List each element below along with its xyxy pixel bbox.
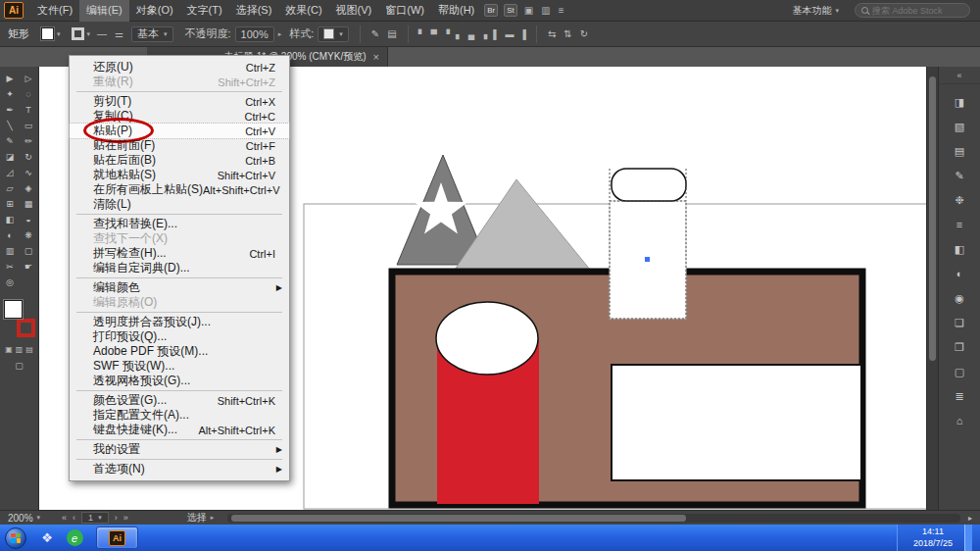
brush-definition-dropdown[interactable]: 基本 ▾	[131, 26, 173, 42]
search-input[interactable]	[872, 6, 960, 16]
menu-file[interactable]: 文件(F)	[30, 0, 79, 22]
menu-item-perspective-grid-presets[interactable]: 透视网格预设(G)...	[70, 374, 289, 388]
gradient-tool[interactable]: ◧	[1, 212, 20, 227]
vertical-scrollbar[interactable]	[926, 67, 938, 510]
rounded-rect-outline[interactable]	[612, 169, 686, 201]
menu-type[interactable]: 文字(T)	[180, 0, 229, 22]
isolate-icon[interactable]: ⇅	[564, 28, 571, 39]
recolor-artwork-icon[interactable]: ✎	[371, 28, 379, 39]
stock-icon[interactable]: St	[504, 4, 517, 17]
distribute-left-icon[interactable]: ▌	[493, 29, 499, 39]
share-icon[interactable]: ≡	[559, 5, 564, 16]
document-setup-icon[interactable]: ▤	[387, 28, 396, 39]
fill-color-swatch[interactable]	[41, 27, 54, 40]
menu-item-paste-in-place[interactable]: 就地粘贴(S) Shift+Ctrl+V	[70, 168, 289, 182]
menu-item-transparency-flattener-presets[interactable]: 透明度拼合器预设(J)...	[70, 315, 289, 329]
lasso-tool[interactable]: ◌	[20, 86, 38, 102]
transform-icon[interactable]: ⇆	[548, 28, 556, 39]
first-artboard-icon[interactable]: «	[62, 513, 67, 523]
paintbrush-tool[interactable]: ✎	[1, 133, 20, 149]
menu-item-paste-in-back[interactable]: 贴在后面(B) Ctrl+B	[70, 153, 289, 168]
draw-normal-icon[interactable]: ▣	[5, 345, 13, 354]
draw-inside-icon[interactable]: ▤	[25, 345, 33, 354]
magic-wand-tool[interactable]: ✦	[1, 86, 20, 102]
align-h-center-icon[interactable]: ▀	[431, 29, 437, 39]
scale-tool[interactable]: ◿	[1, 165, 20, 180]
clock[interactable]: 14:11 2018/7/25	[913, 526, 953, 549]
screen-mode-button[interactable]: ▢	[0, 361, 38, 371]
show-desktop-button[interactable]	[964, 525, 972, 551]
menu-item-paste-in-front[interactable]: 贴在前面(F) Ctrl+F	[70, 138, 289, 153]
workspace-switcher[interactable]: 基本功能 ▾	[792, 4, 839, 18]
menu-item-cut[interactable]: 剪切(T) Ctrl+X	[70, 94, 289, 109]
stroke-swatch[interactable]	[17, 319, 35, 337]
horizontal-scrollbar[interactable]	[227, 514, 960, 523]
menu-select[interactable]: 选择(S)	[229, 0, 279, 22]
swatches-panel-icon[interactable]: ▤	[949, 142, 970, 160]
fill-caret-icon[interactable]: ▾	[57, 30, 61, 38]
gradient-panel-icon[interactable]: ◧	[949, 240, 970, 258]
menu-item-adobe-pdf-presets[interactable]: Adobe PDF 预设(M)...	[70, 344, 289, 359]
menu-effect[interactable]: 效果(C)	[278, 0, 328, 22]
stock-search[interactable]	[855, 3, 970, 18]
column-graph-tool[interactable]: ▥	[1, 243, 20, 259]
free-transform-tool[interactable]: ▱	[1, 180, 20, 196]
current-tool-status[interactable]: 选择	[187, 511, 207, 525]
menu-item-assign-profile[interactable]: 指定配置文件(A)...	[70, 408, 289, 423]
expand-panels-icon[interactable]: «	[939, 67, 980, 84]
perspective-grid-tool[interactable]: ⊞	[1, 196, 20, 212]
menu-window[interactable]: 窗口(W)	[378, 0, 431, 22]
graphic-styles-panel-icon[interactable]: ❏	[949, 314, 970, 331]
window-rect[interactable]	[612, 365, 861, 480]
line-segment-tool[interactable]: ╲	[1, 118, 20, 133]
draw-behind-icon[interactable]: ▥	[16, 345, 24, 354]
appearance-panel-icon[interactable]: ◉	[949, 289, 970, 307]
symbols-panel-icon[interactable]: ❉	[949, 191, 970, 209]
rectangle-tool[interactable]: ▭	[20, 118, 38, 133]
zoom-tool[interactable]: ◎	[1, 275, 20, 290]
shape-builder-tool[interactable]: ◈	[20, 180, 38, 196]
menu-item-keyboard-shortcuts[interactable]: 键盘快捷键(K)... Alt+Shift+Ctrl+K	[70, 423, 289, 437]
selection-center-anchor[interactable]	[645, 257, 650, 262]
menu-help[interactable]: 帮助(H)	[431, 0, 481, 22]
stroke-caret-icon[interactable]: ▾	[87, 30, 91, 38]
layers-panel-icon[interactable]: ❐	[949, 338, 970, 356]
zoom-caret-icon[interactable]: ▾	[37, 514, 41, 522]
opacity-value-field[interactable]: 100%	[235, 26, 274, 42]
menu-item-clear[interactable]: 清除(L)	[70, 197, 289, 212]
artboard-number-field[interactable]: 1 ▾	[81, 512, 109, 524]
menu-item-find-and-replace[interactable]: 查找和替换(E)...	[70, 217, 289, 231]
menu-item-color-settings[interactable]: 颜色设置(G)... Shift+Ctrl+K	[70, 393, 289, 408]
menu-item-my-settings[interactable]: 我的设置 ▶	[70, 442, 289, 457]
status-caret-icon[interactable]: ▸	[211, 514, 215, 522]
menu-item-paste[interactable]: 粘贴(P) Ctrl+V	[70, 124, 289, 138]
menu-item-swf-presets[interactable]: SWF 预设(W)...	[70, 359, 289, 374]
browser-icon[interactable]: e	[64, 527, 85, 549]
scroll-right-icon[interactable]: ▸	[968, 514, 972, 523]
arrange-documents-icon[interactable]: ▣	[524, 5, 533, 16]
artboard-tool[interactable]: ▢	[20, 243, 38, 259]
vertical-scroll-thumb[interactable]	[929, 76, 936, 361]
stroke-weight-icon[interactable]: —	[97, 28, 107, 39]
rotate-icon[interactable]: ↻	[580, 28, 588, 39]
selection-tool[interactable]: ▶	[1, 71, 20, 86]
distribute-right-icon[interactable]: ▐	[520, 29, 526, 39]
blend-tool[interactable]: ◐	[1, 227, 20, 243]
eyedropper-tool[interactable]: ◒	[20, 212, 38, 227]
variable-width-icon[interactable]: ⚌	[115, 28, 123, 39]
previous-artboard-icon[interactable]: ‹	[73, 513, 75, 523]
libraries-panel-icon[interactable]: ⌂	[949, 412, 970, 429]
artboards-panel-icon[interactable]: ▢	[949, 363, 970, 380]
fill-swatch[interactable]	[4, 300, 23, 319]
hand-tool[interactable]: ☛	[20, 259, 38, 275]
menu-item-print-presets[interactable]: 打印预设(Q)...	[70, 329, 289, 344]
eraser-tool[interactable]: ◪	[1, 149, 20, 165]
close-icon[interactable]: ×	[373, 51, 379, 63]
width-tool[interactable]: ∿	[20, 165, 38, 180]
menu-edit[interactable]: 编辑(E)	[79, 0, 129, 22]
menu-item-copy[interactable]: 复制(C) Ctrl+C	[70, 109, 289, 124]
style-dropdown[interactable]: ▾	[318, 26, 349, 42]
stroke-color-swatch[interactable]	[72, 27, 84, 40]
stroke-panel-icon[interactable]: ≡	[949, 216, 970, 233]
slice-tool[interactable]: ✂	[1, 259, 20, 275]
